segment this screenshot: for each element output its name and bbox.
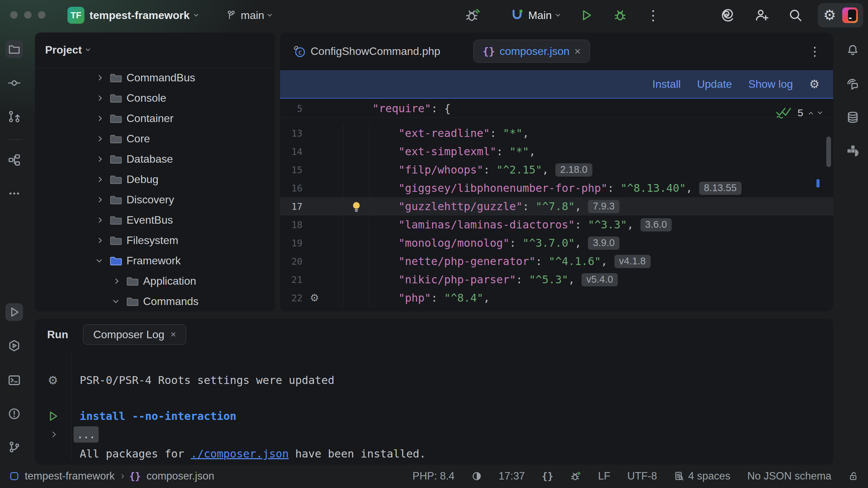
ai-assistant-button[interactable] (720, 0, 734, 30)
update-link[interactable]: Update (697, 78, 732, 90)
run-button[interactable] (579, 8, 593, 22)
branch-widget[interactable]: main (225, 0, 271, 30)
contrast-icon[interactable] (472, 471, 482, 481)
encoding-widget[interactable]: UTF-8 (627, 470, 657, 482)
tab-composer-json[interactable]: {} composer.json × (473, 40, 590, 63)
sticky-line-5[interactable]: 5"require": { (280, 99, 833, 118)
code-with-me-button[interactable] (755, 0, 769, 30)
tree-chevron-icon[interactable] (97, 137, 109, 141)
indent-widget[interactable]: 4 spaces (674, 470, 730, 482)
code-line-16[interactable]: 16"giggsey/libphonenumber-for-php": "^8.… (280, 179, 833, 197)
code-line-14[interactable]: 14"ext-simplexml": "*", (280, 142, 833, 161)
php-version-widget[interactable]: PHP: 8.4 (412, 470, 454, 482)
breadcrumb-file[interactable]: composer.json (146, 470, 214, 482)
search-everywhere-button[interactable] (788, 0, 803, 30)
fold-chevron-icon[interactable] (50, 432, 56, 438)
tree-chevron-icon[interactable] (97, 76, 109, 80)
inspection-widget[interactable]: 5 (776, 104, 822, 121)
notifications-tool-button[interactable] (844, 41, 862, 59)
prev-problem-button[interactable] (809, 112, 813, 116)
editor-scrollbar[interactable] (826, 137, 831, 167)
tree-chevron-icon[interactable] (114, 301, 125, 302)
profiler-button[interactable] (465, 0, 480, 30)
editor-options-button[interactable]: ⋮ (809, 33, 821, 70)
tree-item-application[interactable]: Application (35, 271, 275, 291)
tree-item-database[interactable]: Database (35, 149, 275, 169)
settings-gear-button[interactable]: ⚙ (823, 8, 836, 22)
tree-item-framework[interactable]: Framework (35, 250, 275, 271)
tree-item-eventbus[interactable]: EventBus (35, 210, 275, 230)
tree-item-core[interactable]: Core (35, 128, 275, 149)
code-line-18[interactable]: 18"laminas/laminas-diactoros": "^3.3",3.… (280, 216, 833, 234)
tree-chevron-icon[interactable] (97, 157, 109, 161)
code-line-20[interactable]: 20"nette/php-generator": "^4.1.6",v4.1.8 (280, 252, 833, 270)
breadcrumb-project[interactable]: tempest-framework (25, 470, 115, 482)
terminal-tool-button[interactable] (5, 371, 23, 389)
tree-item-commandbus[interactable]: CommandBus (35, 67, 275, 88)
run-tool-button[interactable] (5, 303, 23, 321)
tree-item-container[interactable]: Container (35, 108, 275, 128)
clock-widget[interactable]: 17:37 (499, 470, 525, 482)
lock-icon[interactable] (848, 471, 859, 481)
code-line-13[interactable]: 13"ext-readline": "*", (280, 124, 833, 142)
code-line-19[interactable]: 19"monolog/monolog": "^3.7.0",3.9.0 (280, 234, 833, 252)
window-zoom-button[interactable] (38, 11, 45, 19)
profiler-status-icon[interactable] (570, 471, 581, 482)
git-tool-button[interactable] (5, 438, 23, 456)
pull-requests-tool-button[interactable] (5, 108, 23, 125)
json-schema-widget[interactable]: No JSON schema (747, 470, 831, 482)
show-log-link[interactable]: Show log (748, 78, 793, 90)
project-tool-button[interactable] (5, 40, 23, 58)
more-tools-button[interactable] (5, 185, 23, 202)
project-icon[interactable] (9, 471, 19, 481)
banner-settings-icon[interactable]: ⚙ (809, 78, 820, 90)
tree-chevron-icon[interactable] (114, 279, 125, 283)
tree-item-discovery[interactable]: Discovery (35, 189, 275, 210)
jetbrains-gradient-icon[interactable] (842, 7, 858, 23)
composer-json-link[interactable]: ./composer.json (191, 447, 289, 460)
project-panel-header[interactable]: Project (45, 33, 90, 67)
code-line-15[interactable]: 15"filp/whoops": "^2.15",2.18.0 (280, 161, 833, 179)
console-settings-icon[interactable]: ⚙ (48, 374, 58, 386)
code-area[interactable]: 13"ext-readline": "*",14"ext-simplexml":… (280, 124, 833, 307)
tree-chevron-icon[interactable] (97, 96, 109, 100)
code-line-21[interactable]: 21"nikic/php-parser": "^5.3",v5.4.0 (280, 270, 833, 289)
problems-tool-button[interactable] (5, 405, 23, 423)
tab-configshowcommand[interactable]: c ConfigShowCommand.php (293, 33, 440, 70)
tree-item-debug[interactable]: Debug (35, 169, 275, 189)
install-link[interactable]: Install (652, 78, 681, 90)
tree-item-console[interactable]: Console (35, 88, 275, 108)
rerun-icon[interactable] (46, 410, 59, 423)
structure-tool-button[interactable] (5, 151, 23, 169)
tree-chevron-icon[interactable] (97, 117, 109, 120)
braces-matcher-icon[interactable]: {} (542, 471, 553, 482)
commit-tool-button[interactable] (5, 74, 23, 92)
line-ending-widget[interactable]: LF (598, 470, 610, 482)
close-tab-icon[interactable]: × (574, 46, 581, 57)
folded-output[interactable]: ... (74, 426, 99, 443)
tree-chevron-icon[interactable] (97, 218, 109, 222)
intention-bulb-icon[interactable] (351, 201, 362, 212)
ai-chat-tool-button[interactable] (844, 75, 862, 93)
close-tab-icon[interactable]: × (171, 330, 176, 339)
project-widget[interactable]: TF tempest-framework (67, 0, 198, 30)
dependencies-tool-button[interactable] (844, 142, 862, 160)
tree-item-commands[interactable]: Commands (35, 291, 275, 311)
code-line-22[interactable]: 22⚙"php": "^8.4", (280, 289, 833, 307)
gutter-settings-icon[interactable]: ⚙ (310, 293, 319, 303)
more-actions-button[interactable]: ⋮ (646, 8, 660, 22)
window-minimize-button[interactable] (24, 11, 32, 19)
services-tool-button[interactable] (5, 337, 23, 354)
run-config-selector[interactable]: Main (511, 9, 559, 22)
composer-log-tab[interactable]: Composer Log × (83, 324, 186, 345)
tree-chevron-icon[interactable] (97, 178, 109, 181)
code-line-17[interactable]: 17"guzzlehttp/guzzle": "^7.8",7.9.3 (280, 197, 833, 216)
tree-chevron-icon[interactable] (97, 239, 109, 242)
debug-button[interactable] (613, 8, 627, 22)
next-problem-button[interactable] (818, 110, 822, 114)
tree-item-filesystem[interactable]: Filesystem (35, 230, 275, 250)
window-close-button[interactable] (10, 11, 18, 19)
tree-chevron-icon[interactable] (97, 260, 109, 262)
tree-chevron-icon[interactable] (97, 198, 109, 202)
database-tool-button[interactable] (844, 108, 862, 126)
